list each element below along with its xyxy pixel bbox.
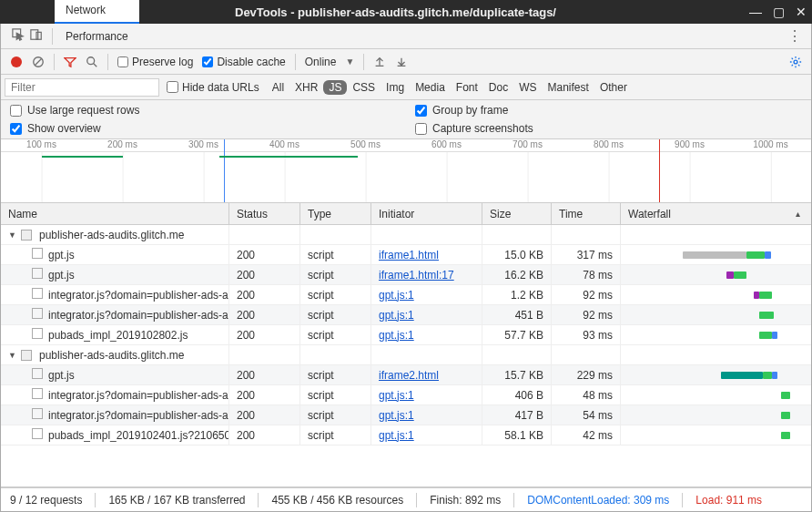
filter-type-img[interactable]: Img: [381, 79, 410, 96]
request-initiator[interactable]: iframe2.html: [371, 365, 482, 384]
request-time: 42 ms: [552, 425, 621, 445]
request-row[interactable]: gpt.js200scriptiframe1.html:1716.2 KB78 …: [1, 265, 811, 285]
file-icon: [32, 408, 43, 419]
disclosure-triangle-icon[interactable]: ▼: [8, 230, 17, 240]
tab-performance[interactable]: Performance: [55, 24, 139, 49]
request-waterfall: [621, 405, 811, 425]
upload-har-icon[interactable]: [370, 52, 390, 72]
filter-type-xhr[interactable]: XHR: [289, 79, 323, 96]
search-icon[interactable]: [82, 52, 102, 72]
timeline-tick: 800 ms: [594, 139, 624, 149]
status-finish: Finish: 892 ms: [430, 494, 501, 507]
capture-screenshots-checkbox[interactable]: Capture screenshots: [415, 122, 802, 135]
timeline-tick: 500 ms: [350, 139, 381, 149]
svg-line-4: [36, 58, 42, 65]
minimize-button[interactable]: —: [749, 5, 762, 19]
request-row[interactable]: integrator.js?domain=publisher-ads-au…20…: [1, 405, 811, 425]
preserve-log-checkbox[interactable]: Preserve log: [114, 56, 197, 68]
filter-type-other[interactable]: Other: [594, 79, 633, 96]
col-type[interactable]: Type: [300, 203, 371, 224]
timeline-tick: 900 ms: [675, 139, 705, 149]
request-initiator[interactable]: iframe1.html: [371, 245, 482, 264]
chevron-down-icon[interactable]: ▼: [341, 56, 358, 67]
status-resources: 455 KB / 456 KB resources: [271, 494, 403, 507]
filter-input[interactable]: [5, 78, 159, 97]
request-row[interactable]: gpt.js200scriptiframe2.html15.7 KB229 ms: [1, 365, 811, 385]
more-menu-icon[interactable]: ⋮: [778, 27, 811, 45]
request-time: 92 ms: [552, 305, 621, 324]
maximize-button[interactable]: ▢: [773, 5, 785, 19]
request-initiator[interactable]: gpt.js:1: [371, 385, 482, 404]
request-initiator[interactable]: gpt.js:1: [371, 285, 482, 304]
frame-group-row[interactable]: ▼publisher-ads-audits.glitch.me: [1, 225, 811, 245]
filter-type-ws[interactable]: WS: [513, 79, 542, 96]
record-button[interactable]: [6, 52, 26, 72]
request-row[interactable]: gpt.js200scriptiframe1.html15.0 KB317 ms: [1, 245, 811, 265]
inspect-icon[interactable]: [12, 28, 25, 44]
filter-type-doc[interactable]: Doc: [483, 79, 513, 96]
use-large-rows-checkbox[interactable]: Use large request rows: [10, 104, 397, 117]
download-har-icon[interactable]: [391, 52, 411, 72]
close-button[interactable]: ✕: [796, 5, 807, 19]
show-overview-checkbox[interactable]: Show overview: [10, 122, 397, 135]
throttling-select[interactable]: Online: [301, 56, 340, 68]
request-status: 200: [229, 325, 300, 344]
request-time: 92 ms: [552, 285, 621, 304]
col-waterfall[interactable]: Waterfall▴: [621, 203, 811, 224]
filter-type-js[interactable]: JS: [323, 80, 347, 95]
status-dcl: DOMContentLoaded: 309 ms: [527, 494, 669, 507]
device-toggle-icon[interactable]: [30, 28, 43, 44]
status-load: Load: 911 ms: [695, 494, 762, 507]
col-size[interactable]: Size: [482, 203, 552, 224]
request-row[interactable]: pubads_impl_2019102802.js200scriptgpt.js…: [1, 325, 811, 345]
request-type: script: [300, 365, 371, 384]
col-name[interactable]: Name: [1, 203, 229, 224]
request-waterfall: [621, 245, 811, 264]
col-status[interactable]: Status: [229, 203, 300, 224]
filter-type-media[interactable]: Media: [410, 79, 451, 96]
request-initiator[interactable]: gpt.js:1: [371, 425, 482, 445]
disable-cache-checkbox[interactable]: Disable cache: [198, 56, 289, 68]
request-waterfall: [621, 325, 811, 344]
request-size: 1.2 KB: [482, 285, 552, 304]
tab-network[interactable]: Network: [55, 0, 139, 24]
timeline-overview[interactable]: 100 ms200 ms300 ms400 ms500 ms600 ms700 …: [1, 139, 811, 203]
request-status: 200: [229, 285, 300, 304]
request-name: integrator.js?domain=publisher-ads-au…: [48, 389, 229, 402]
request-status: 200: [229, 245, 300, 264]
filter-type-manifest[interactable]: Manifest: [543, 79, 594, 96]
request-row[interactable]: pubads_impl_2019102401.js?21065030200scr…: [1, 425, 811, 445]
clear-button[interactable]: [28, 52, 48, 72]
request-row[interactable]: integrator.js?domain=publisher-ads-au…20…: [1, 385, 811, 405]
svg-point-7: [794, 60, 797, 64]
request-type: script: [300, 425, 371, 445]
request-initiator[interactable]: gpt.js:1: [371, 405, 482, 425]
request-initiator[interactable]: iframe1.html:17: [371, 265, 482, 284]
frame-icon: [21, 350, 32, 361]
col-initiator[interactable]: Initiator: [371, 203, 482, 224]
filter-icon[interactable]: [60, 52, 80, 72]
file-icon: [32, 288, 43, 299]
request-initiator[interactable]: gpt.js:1: [371, 325, 482, 344]
timeline-tick: 100 ms: [26, 139, 56, 149]
request-size: 15.0 KB: [482, 245, 552, 264]
request-size: 15.7 KB: [482, 365, 552, 384]
request-table[interactable]: ▼publisher-ads-audits.glitch.megpt.js200…: [1, 225, 811, 487]
request-initiator[interactable]: gpt.js:1: [371, 305, 482, 324]
request-row[interactable]: integrator.js?domain=publisher-ads-au…20…: [1, 305, 811, 325]
col-time[interactable]: Time: [552, 203, 621, 224]
sort-arrow-icon: ▴: [796, 209, 804, 219]
frame-group-row[interactable]: ▼publisher-ads-audits.glitch.me: [1, 345, 811, 365]
disclosure-triangle-icon[interactable]: ▼: [8, 351, 17, 360]
request-row[interactable]: integrator.js?domain=publisher-ads-au…20…: [1, 285, 811, 305]
hide-data-urls-checkbox[interactable]: Hide data URLs: [161, 81, 265, 94]
filter-type-css[interactable]: CSS: [347, 79, 381, 96]
group-by-frame-checkbox[interactable]: Group by frame: [415, 104, 802, 117]
request-status: 200: [229, 305, 300, 324]
filter-type-font[interactable]: Font: [451, 79, 483, 96]
network-toolbar: Preserve log Disable cache Online ▼: [1, 49, 811, 75]
settings-gear-icon[interactable]: [786, 52, 806, 72]
filter-type-all[interactable]: All: [267, 79, 289, 96]
file-icon: [32, 368, 43, 379]
frame-name: publisher-ads-audits.glitch.me: [39, 349, 184, 362]
